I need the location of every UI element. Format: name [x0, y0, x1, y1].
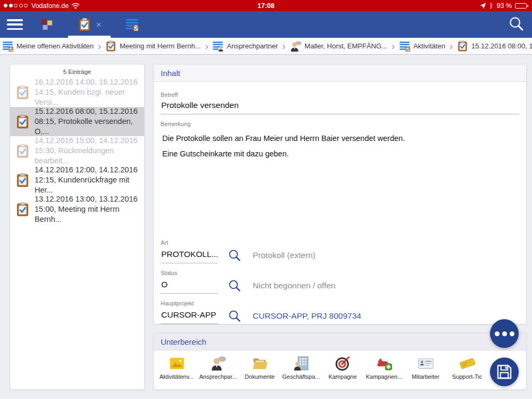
- content-section: Inhalt Betreff Protokolle versenden Beme…: [153, 64, 527, 325]
- more-options-button[interactable]: [490, 319, 519, 348]
- activity-clipboard-icon: [15, 85, 30, 99]
- tab-activity-list[interactable]: [111, 11, 153, 38]
- subarea-item-mitarbeiter[interactable]: Mitarbeiter: [405, 355, 446, 380]
- subarea-item-dokumente[interactable]: Dokumente: [239, 355, 280, 380]
- art-lookup-icon[interactable]: [228, 248, 241, 262]
- entry-count-label: 5 Einträge: [10, 64, 144, 78]
- floppy-disk-icon: [495, 363, 513, 381]
- activity-list-panel: 5 Einträge 16.12.2016 14:00, 16.12.2016 …: [10, 64, 145, 390]
- bemerkung-line: Eine Gutscheinkarte mit dazu geben.: [162, 149, 519, 158]
- bluetooth-icon: ᛒ: [489, 2, 494, 9]
- location-arrow-icon: [480, 3, 486, 9]
- hauptprojekt-link[interactable]: CURSOR-APP, PRJ 8009734: [253, 311, 361, 321]
- activity-list-icon: [125, 18, 139, 31]
- battery-percent-label: 93 %: [497, 2, 512, 10]
- chevron-right-icon: ›: [450, 41, 453, 51]
- breadcrumb: Meine offenen Aktivitäten › Meeting mit …: [0, 38, 532, 55]
- breadcrumb-item-contact-maller[interactable]: Maller, Horst, EMPFÄNG...: [290, 40, 387, 52]
- list-item[interactable]: 16.12.2016 14:00, 16.12.2016 14:15, Kund…: [10, 78, 144, 107]
- art-label: Art: [161, 239, 519, 246]
- subarea-item-geschaeftspartner[interactable]: Geschäftspa...: [280, 355, 322, 380]
- campaign-participation-icon: [376, 355, 393, 371]
- bemerkung-line: Die Protokolle sollen an Frau Meier und …: [162, 134, 519, 143]
- close-tab-icon[interactable]: ×: [96, 20, 102, 29]
- tab-activity-detail[interactable]: ×: [68, 11, 111, 38]
- business-partner-icon: [293, 355, 310, 371]
- subarea-section: Unterbereich Aktivitätenv... Ansprechpar…: [153, 332, 527, 390]
- activity-clipboard-icon: [15, 114, 30, 129]
- chevron-right-icon: ›: [392, 41, 395, 51]
- nav-bar: ×: [0, 11, 532, 38]
- target-icon: [335, 355, 351, 371]
- ellipsis-icon: [493, 329, 516, 338]
- list-item-selected[interactable]: 15.12.2016 08:00, 15.12.2016 08:15, Prot…: [10, 107, 144, 136]
- subarea-item-kampagne[interactable]: Kampagne: [322, 355, 363, 380]
- chevron-right-icon: ›: [205, 41, 208, 51]
- tab-strip: ×: [26, 11, 153, 38]
- bemerkung-label: Bemerkung: [161, 121, 519, 127]
- breadcrumb-item-meeting[interactable]: Meeting mit Herrn Bernh...: [105, 40, 201, 52]
- list-item[interactable]: 13.12.2016 13:00, 13.12.2016 15:00, Meet…: [10, 195, 144, 224]
- activity-clipboard-icon: [457, 40, 468, 52]
- battery-icon: [515, 3, 528, 9]
- chevron-right-icon: ›: [282, 41, 286, 51]
- search-icon[interactable]: [508, 15, 524, 34]
- list-item[interactable]: 14.12.2016 12:00, 14.12.2016 12:15, Kund…: [10, 165, 144, 195]
- hauptprojekt-field[interactable]: CURSOR-APP: [161, 307, 218, 324]
- status-lookup-icon[interactable]: [228, 279, 241, 292]
- breadcrumb-item-open-activities[interactable]: Meine offenen Aktivitäten: [2, 40, 94, 52]
- save-button[interactable]: [490, 358, 519, 386]
- breadcrumb-item-activities[interactable]: Aktivitäten: [399, 40, 445, 52]
- carrier-label: Vodafone.de: [31, 2, 69, 10]
- status-field[interactable]: O: [161, 277, 218, 294]
- activity-list-icon: [399, 40, 410, 52]
- status-display-text: Nicht begonnen / offen: [253, 281, 336, 290]
- app-screen: Vodafone.de 17:08 ᛒ 93 % ×: [0, 0, 532, 399]
- activity-clipboard-icon: [105, 40, 117, 52]
- image-icon: [168, 355, 186, 371]
- contact-person-icon: [210, 355, 227, 371]
- activity-clipboard-icon: [15, 173, 30, 187]
- breadcrumb-item-contacts[interactable]: Ansprechpartner: [212, 40, 278, 52]
- activity-clipboard-icon: [78, 18, 92, 31]
- id-card-icon: [418, 355, 434, 371]
- dashboard-grid-icon: [40, 18, 53, 31]
- subarea-item-kampagnenteilnahme[interactable]: Kampagnen...: [363, 355, 405, 380]
- ticket-icon: [459, 355, 476, 371]
- wifi-icon: [71, 3, 80, 9]
- subarea-item-support-ticket[interactable]: Support-Tic: [446, 355, 488, 380]
- tab-dashboard[interactable]: [26, 11, 68, 38]
- section-title: Unterbereich: [154, 333, 526, 351]
- activity-clipboard-icon: [15, 202, 30, 217]
- status-bar: Vodafone.de 17:08 ᛒ 93 %: [0, 0, 532, 11]
- betreff-label: Betreff: [161, 92, 519, 98]
- contact-list-icon: [212, 40, 223, 52]
- activity-list-icon: [2, 40, 13, 52]
- activity-clipboard-icon: [15, 144, 30, 158]
- art-field[interactable]: PROTOKOLL...: [161, 247, 218, 263]
- art-display-text: Protokoll (extern): [253, 251, 315, 260]
- section-title: Inhalt: [154, 64, 526, 82]
- folder-icon: [251, 355, 269, 371]
- list-item[interactable]: 14.12.2016 15:00, 14.12.2016 15:30, Rück…: [10, 136, 144, 165]
- betreff-field[interactable]: Protokolle versenden: [161, 98, 519, 114]
- bemerkung-field[interactable]: Die Protokolle sollen an Frau Meier und …: [161, 134, 519, 233]
- hauptprojekt-label: Hauptprojekt: [161, 300, 519, 306]
- chevron-right-icon: ›: [98, 41, 101, 51]
- menu-icon[interactable]: [7, 19, 23, 30]
- clock-label: 17:08: [163, 2, 369, 10]
- subarea-item-aktivitaetenverknuepfung[interactable]: Aktivitätenv...: [156, 355, 197, 380]
- cell-signal-icon: [4, 4, 28, 7]
- contact-person-icon: [290, 40, 302, 52]
- page-body: 5 Einträge 16.12.2016 14:00, 16.12.2016 …: [0, 55, 532, 399]
- subarea-item-ansprechpartner[interactable]: Ansprechpar...: [197, 355, 239, 380]
- breadcrumb-item-current-activity[interactable]: 15.12.2016 08:00, 15.12....: [457, 40, 532, 52]
- subarea-row: Aktivitätenv... Ansprechpar... Dokumente…: [154, 351, 526, 380]
- hauptprojekt-lookup-icon[interactable]: [228, 309, 241, 322]
- status-label: Status: [161, 270, 519, 276]
